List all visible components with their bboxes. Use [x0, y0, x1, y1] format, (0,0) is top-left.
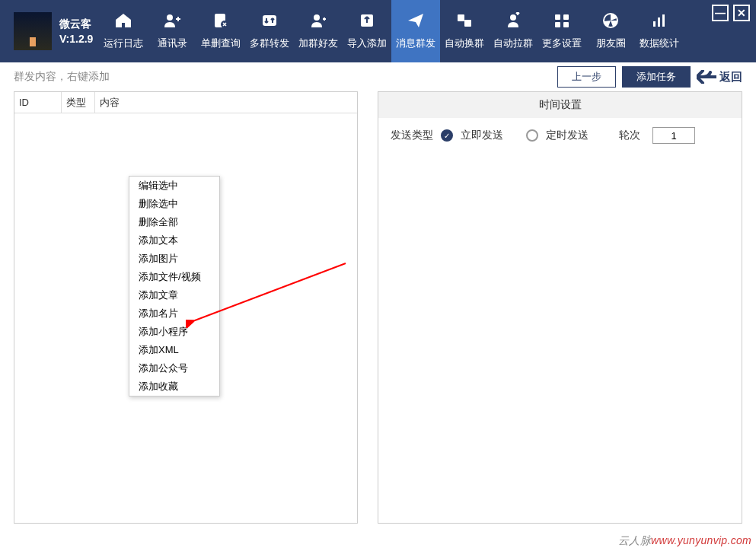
svg-rect-7	[464, 20, 471, 27]
titlebar: 微云客 V:1.2.9 运行日志通讯录单删查询多群转发加群好友导入添加消息群发自…	[0, 0, 756, 62]
nav-label: 加群好友	[298, 37, 338, 50]
nav-icon	[358, 12, 376, 33]
nav-item-10[interactable]: 朋友圈	[586, 0, 635, 62]
nav-icon	[212, 12, 230, 33]
svg-rect-16	[662, 14, 665, 27]
context-menu-item-0[interactable]: 编辑选中	[129, 177, 219, 195]
col-content: 内容	[95, 92, 357, 113]
svg-rect-9	[555, 14, 560, 20]
app-version: V:1.2.9	[59, 33, 93, 45]
nav-item-2[interactable]: 单删查询	[196, 0, 245, 62]
svg-rect-12	[563, 22, 569, 27]
rounds-label: 轮次	[619, 129, 640, 142]
svg-rect-6	[458, 14, 464, 21]
svg-point-4	[314, 14, 320, 21]
nav-label: 导入添加	[347, 37, 387, 50]
rounds-input[interactable]	[652, 127, 695, 144]
main-nav: 运行日志通讯录单删查询多群转发加群好友导入添加消息群发自动换群自动拉群更多设置朋…	[99, 0, 684, 62]
nav-icon	[163, 12, 181, 33]
context-menu-item-5[interactable]: 添加文件/视频	[129, 268, 219, 286]
svg-rect-15	[658, 18, 660, 27]
svg-point-0	[167, 14, 173, 21]
nav-label: 自动拉群	[493, 37, 533, 50]
nav-item-11[interactable]: 数据统计	[635, 0, 684, 62]
nav-item-1[interactable]: 通讯录	[148, 0, 196, 62]
content-list-panel: ID 类型 内容 编辑选中删除选中删除全部添加文本添加图片添加文件/视频添加文章…	[14, 91, 358, 524]
back-button[interactable]: 返回	[697, 70, 742, 84]
nav-icon	[260, 12, 279, 33]
context-menu: 编辑选中删除选中删除全部添加文本添加图片添加文件/视频添加文章添加名片添加小程序…	[129, 176, 220, 397]
app-logo	[14, 12, 52, 50]
nav-item-6[interactable]: 消息群发	[391, 0, 440, 62]
nav-label: 朋友圈	[596, 37, 626, 50]
nav-label: 运行日志	[104, 37, 143, 50]
nav-label: 更多设置	[542, 37, 582, 50]
context-menu-item-2[interactable]: 删除全部	[129, 213, 219, 231]
app-name: 微云客	[59, 18, 93, 31]
add-task-button[interactable]: 添加任务	[622, 66, 691, 88]
time-settings-panel: 时间设置 发送类型 立即发送 定时发送 轮次	[378, 91, 742, 524]
nav-item-4[interactable]: 加群好友	[294, 0, 343, 62]
context-menu-item-9[interactable]: 添加XML	[129, 341, 219, 359]
prev-step-button[interactable]: 上一步	[557, 66, 616, 88]
nav-label: 自动换群	[445, 37, 484, 50]
table-header: ID 类型 内容	[14, 92, 357, 113]
toolbar-hint: 群发内容，右键添加	[14, 70, 557, 84]
context-menu-item-4[interactable]: 添加图片	[129, 250, 219, 268]
nav-icon	[407, 12, 425, 33]
nav-item-8[interactable]: 自动拉群	[489, 0, 537, 62]
nav-icon	[114, 12, 132, 33]
send-type-row: 发送类型 立即发送 定时发送 轮次	[378, 118, 742, 153]
context-menu-item-10[interactable]: 添加公众号	[129, 359, 219, 377]
nav-item-9[interactable]: 更多设置	[537, 0, 586, 62]
context-menu-item-3[interactable]: 添加文本	[129, 231, 219, 250]
content-area: ID 类型 内容 编辑选中删除选中删除全部添加文本添加图片添加文件/视频添加文章…	[0, 91, 756, 524]
back-label: 返回	[719, 70, 742, 84]
nav-item-3[interactable]: 多群转发	[245, 0, 294, 62]
nav-icon	[309, 12, 327, 33]
close-button[interactable]: ✕	[733, 5, 750, 21]
nav-icon	[601, 12, 620, 33]
minimize-button[interactable]: —	[712, 5, 729, 21]
svg-rect-14	[653, 21, 656, 27]
svg-rect-3	[263, 15, 276, 26]
window-controls: — ✕	[712, 5, 750, 21]
app-info: 微云客 V:1.2.9	[59, 18, 93, 45]
nav-label: 多群转发	[250, 37, 289, 50]
nav-label: 消息群发	[396, 37, 435, 50]
nav-icon	[650, 12, 668, 33]
col-type: 类型	[62, 92, 95, 113]
nav-icon	[455, 12, 474, 33]
context-menu-item-6[interactable]: 添加文章	[129, 286, 219, 304]
context-menu-item-7[interactable]: 添加名片	[129, 304, 219, 323]
opt-send-now-label: 立即发送	[461, 129, 503, 142]
nav-icon	[553, 12, 571, 33]
nav-item-7[interactable]: 自动换群	[440, 0, 489, 62]
radio-send-scheduled[interactable]	[526, 129, 538, 142]
context-menu-item-8[interactable]: 添加小程序	[129, 323, 219, 341]
nav-label: 通讯录	[158, 37, 187, 50]
send-type-label: 发送类型	[391, 129, 433, 142]
svg-rect-11	[555, 22, 560, 27]
context-menu-item-11[interactable]: 添加收藏	[129, 377, 219, 396]
section-title: 时间设置	[378, 92, 742, 118]
nav-label: 数据统计	[640, 37, 679, 50]
svg-rect-10	[563, 14, 569, 20]
nav-item-5[interactable]: 导入添加	[343, 0, 391, 62]
nav-item-0[interactable]: 运行日志	[99, 0, 148, 62]
svg-point-8	[510, 14, 516, 21]
nav-label: 单删查询	[201, 37, 241, 50]
opt-send-scheduled-label: 定时发送	[546, 129, 589, 142]
radio-send-now[interactable]	[441, 129, 453, 142]
context-menu-item-1[interactable]: 删除选中	[129, 195, 219, 213]
watermark: 云人脉www.yunyunvip.com	[618, 534, 751, 548]
col-id: ID	[14, 92, 62, 113]
back-arrow-icon	[697, 70, 716, 84]
toolbar: 群发内容，右键添加 上一步 添加任务 返回	[0, 62, 756, 91]
nav-icon	[504, 12, 522, 33]
